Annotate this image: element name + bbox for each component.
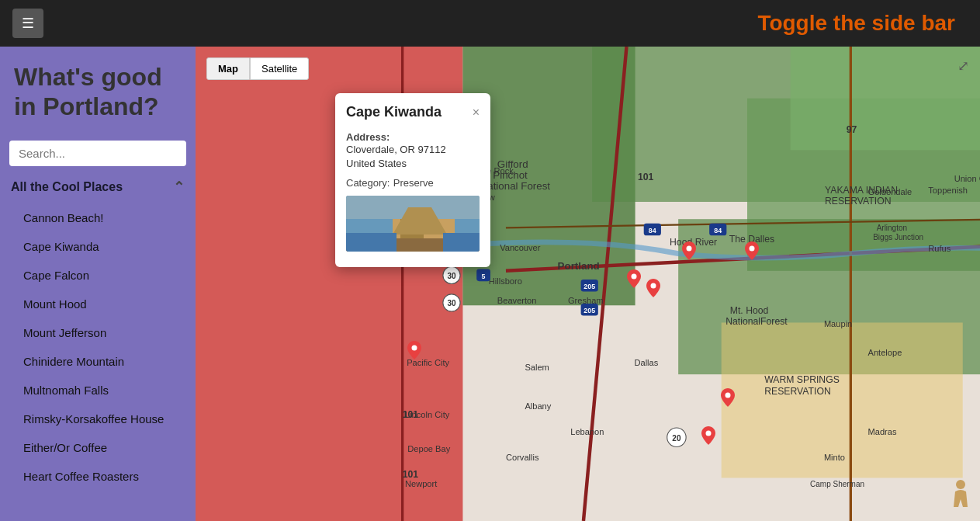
pin-cape-kiwanda[interactable] bbox=[407, 341, 421, 359]
svg-rect-6 bbox=[791, 47, 980, 150]
map-controls: Map Satellite bbox=[206, 57, 309, 80]
svg-rect-87 bbox=[346, 233, 397, 252]
satellite-view-button[interactable]: Satellite bbox=[250, 57, 309, 80]
svg-text:97: 97 bbox=[847, 124, 857, 135]
popup-address-label: Address: bbox=[346, 131, 480, 143]
popup-body: Address: Cloverdale, OR 97112 United Sta… bbox=[335, 123, 490, 258]
sidebar-item-7[interactable]: Rimsky-Korsakoffee House bbox=[0, 405, 196, 433]
pin-warm-springs[interactable] bbox=[721, 388, 735, 407]
svg-text:Biggs Junction: Biggs Junction bbox=[873, 233, 923, 241]
sidebar-item-1[interactable]: Cape Kiwanda bbox=[0, 232, 196, 261]
popup-category-row: Category: Preserve bbox=[346, 175, 480, 189]
svg-text:Rufus: Rufus bbox=[928, 244, 951, 253]
popup-header: Cape Kiwanda × bbox=[335, 93, 490, 123]
svg-text:101: 101 bbox=[403, 469, 419, 480]
svg-text:Toppenish: Toppenish bbox=[928, 186, 968, 195]
svg-text:Depoe Bay: Depoe Bay bbox=[407, 444, 450, 453]
streetview-icon[interactable] bbox=[952, 479, 969, 512]
svg-text:205: 205 bbox=[583, 307, 595, 314]
sidebar-items-list: Cannon Beach!Cape KiwandaCape FalconMoun… bbox=[0, 203, 196, 491]
svg-point-77 bbox=[651, 283, 656, 289]
app-title: What's good in Portland? bbox=[0, 47, 196, 134]
sidebar-section-header[interactable]: All the Cool Places ⌃ bbox=[0, 169, 196, 203]
sidebar-item-4[interactable]: Mount Jefferson bbox=[0, 318, 196, 347]
svg-text:WARM SPRINGS: WARM SPRINGS bbox=[764, 374, 840, 385]
svg-text:Maupin: Maupin bbox=[824, 319, 852, 328]
popup-image bbox=[346, 196, 480, 252]
svg-text:Antelope: Antelope bbox=[868, 348, 902, 357]
svg-text:Camp Sherman: Camp Sherman bbox=[810, 480, 864, 488]
sidebar-section: All the Cool Places ⌃ Cannon Beach!Cape … bbox=[0, 169, 196, 491]
svg-text:Hillsboro: Hillsboro bbox=[489, 276, 522, 286]
svg-text:84: 84 bbox=[649, 227, 656, 234]
sidebar-item-6[interactable]: Multnomah Falls bbox=[0, 376, 196, 405]
popup-category-value: Preserve bbox=[393, 177, 434, 189]
sidebar-item-5[interactable]: Chinidere Mountain bbox=[0, 347, 196, 376]
sidebar-item-9[interactable]: Heart Coffee Roasters bbox=[0, 462, 196, 491]
svg-point-75 bbox=[749, 245, 754, 251]
hamburger-button[interactable]: ☰ bbox=[12, 9, 43, 38]
pin-portland2[interactable] bbox=[646, 279, 660, 297]
svg-rect-88 bbox=[443, 233, 480, 252]
popup-title: Cape Kiwanda bbox=[346, 104, 442, 120]
svg-text:Dallas: Dallas bbox=[634, 358, 658, 367]
sidebar-item-3[interactable]: Mount Hood bbox=[0, 290, 196, 318]
topbar: ☰ Toggle the side bar bbox=[0, 0, 980, 47]
sidebar-search-area bbox=[0, 134, 196, 169]
svg-point-73 bbox=[411, 345, 417, 350]
svg-text:RESERVATION: RESERVATION bbox=[825, 196, 892, 207]
toggle-sidebar-label: Toggle the side bar bbox=[757, 11, 955, 36]
svg-point-80 bbox=[956, 480, 965, 489]
svg-text:RESERVATION: RESERVATION bbox=[764, 386, 831, 397]
svg-text:5: 5 bbox=[482, 273, 486, 280]
svg-point-76 bbox=[632, 274, 637, 280]
svg-text:Arlington: Arlington bbox=[877, 224, 907, 232]
svg-text:Madras: Madras bbox=[868, 427, 897, 436]
svg-text:Mt. Hood: Mt. Hood bbox=[730, 305, 769, 316]
svg-text:84: 84 bbox=[714, 227, 722, 234]
svg-text:101: 101 bbox=[638, 172, 654, 182]
chevron-up-icon: ⌃ bbox=[173, 179, 185, 196]
svg-point-79 bbox=[706, 430, 712, 436]
svg-text:30: 30 bbox=[447, 299, 456, 307]
pin-portland[interactable] bbox=[627, 269, 641, 288]
svg-text:Goldendale: Goldendale bbox=[868, 187, 912, 196]
search-input[interactable] bbox=[9, 141, 186, 166]
map-container: YAKAMA INDIAN RESERVATION WARM SPRINGS R… bbox=[196, 47, 980, 521]
pin-south[interactable] bbox=[701, 426, 715, 445]
svg-text:Portland: Portland bbox=[558, 260, 600, 272]
popup-address-line2: United States bbox=[346, 157, 480, 171]
main-layout: What's good in Portland? All the Cool Pl… bbox=[0, 47, 980, 521]
svg-point-78 bbox=[725, 392, 731, 398]
svg-text:Beaverton: Beaverton bbox=[497, 296, 537, 305]
svg-text:Union Ga...: Union Ga... bbox=[954, 174, 980, 183]
svg-text:Vancouver: Vancouver bbox=[500, 243, 541, 252]
svg-text:Lebanon: Lebanon bbox=[570, 427, 604, 436]
svg-text:Minto: Minto bbox=[824, 453, 845, 462]
svg-text:NationalForest: NationalForest bbox=[725, 316, 788, 327]
svg-text:National Forest: National Forest bbox=[480, 180, 551, 192]
map-expand-icon[interactable]: ⤢ bbox=[957, 57, 969, 75]
svg-text:30: 30 bbox=[447, 272, 456, 280]
pin-dalles[interactable] bbox=[745, 241, 759, 260]
map-view-button[interactable]: Map bbox=[206, 57, 250, 80]
svg-text:Albany: Albany bbox=[525, 401, 551, 411]
svg-text:101: 101 bbox=[403, 409, 419, 420]
map-background: YAKAMA INDIAN RESERVATION WARM SPRINGS R… bbox=[196, 47, 980, 521]
sidebar-section-label: All the Cool Places bbox=[11, 180, 123, 194]
sidebar-item-2[interactable]: Cape Falcon bbox=[0, 261, 196, 290]
svg-text:Salem: Salem bbox=[525, 363, 549, 372]
svg-text:205: 205 bbox=[583, 283, 595, 290]
popup-category-label: Category: bbox=[346, 177, 390, 189]
pin-hood-river[interactable] bbox=[682, 241, 696, 260]
popup-close-button[interactable]: × bbox=[473, 106, 480, 119]
svg-text:20: 20 bbox=[672, 434, 681, 443]
svg-text:Corvallis: Corvallis bbox=[506, 453, 539, 462]
svg-point-74 bbox=[686, 245, 691, 251]
sidebar: What's good in Portland? All the Cool Pl… bbox=[0, 47, 196, 521]
hamburger-icon: ☰ bbox=[22, 15, 34, 32]
popup-address-line1: Cloverdale, OR 97112 bbox=[346, 143, 480, 157]
sidebar-item-8[interactable]: Either/Or Coffee bbox=[0, 433, 196, 462]
info-popup: Cape Kiwanda × Address: Cloverdale, OR 9… bbox=[335, 93, 490, 267]
sidebar-item-0[interactable]: Cannon Beach! bbox=[0, 203, 196, 232]
